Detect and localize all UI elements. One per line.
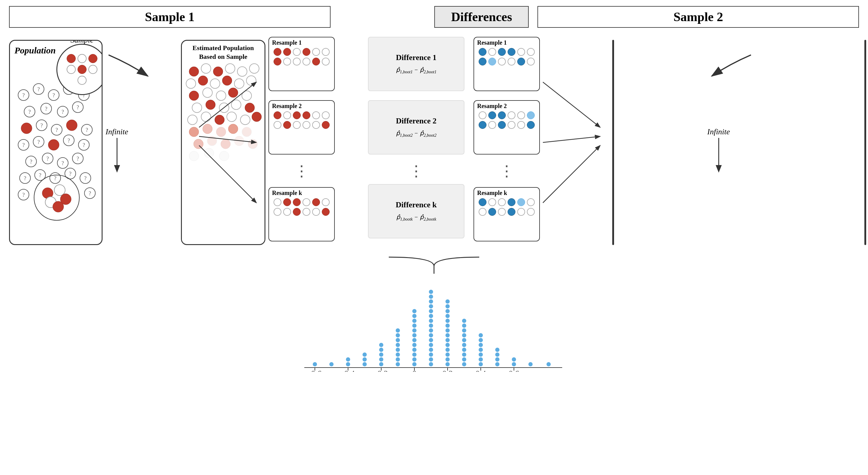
resample-col-1: Resample 1 [269, 37, 335, 241]
svg-point-233 [379, 357, 383, 361]
svg-point-273 [445, 362, 450, 366]
svg-point-264 [429, 328, 433, 332]
infinite-arrow-2: Infinite [707, 127, 730, 174]
sample1-side: Population Sample [9, 28, 365, 245]
svg-point-226 [329, 362, 334, 366]
svg-text:?: ? [53, 92, 55, 98]
svg-point-258 [429, 357, 433, 361]
difference-box-1: Difference 1 p̂1,boot1 − p̂2,boot1 [368, 37, 464, 91]
r-dot [478, 208, 487, 216]
infinite-label-2: Infinite [707, 127, 730, 137]
svg-text:-0.2: -0.2 [375, 369, 388, 372]
r-dot [517, 111, 525, 119]
diff-formula-1: p̂1,boot1 − p̂2,boot1 [396, 65, 436, 75]
svg-point-263 [429, 333, 433, 337]
r-dot [283, 58, 291, 65]
svg-point-228 [346, 357, 350, 361]
r-dot [322, 121, 330, 129]
svg-point-255 [412, 314, 416, 318]
svg-point-229 [363, 362, 367, 366]
r-dot [488, 208, 496, 216]
r-dot [498, 198, 506, 206]
svg-point-225 [313, 362, 317, 366]
svg-point-290 [462, 348, 466, 352]
svg-point-239 [396, 353, 400, 357]
resample-label-1-2: Resample 2 [272, 102, 302, 110]
svg-point-304 [495, 362, 499, 366]
r-dot [283, 121, 291, 129]
svg-point-238 [396, 357, 400, 361]
sample-dot [67, 54, 76, 63]
svg-point-295 [462, 324, 466, 328]
svg-line-115 [543, 145, 600, 203]
population-box-2: Population Sample [864, 40, 866, 245]
svg-point-281 [445, 324, 450, 328]
resample-box-1-2: Resample 2 [269, 100, 335, 154]
svg-point-306 [495, 353, 499, 357]
svg-text:?: ? [62, 160, 64, 166]
svg-marker-159 [716, 165, 722, 173]
svg-text:?: ? [39, 172, 41, 178]
svg-point-235 [379, 348, 383, 352]
sample-dot [67, 65, 76, 74]
resample-to-est-lines-2 [540, 52, 615, 263]
svg-point-249 [412, 343, 416, 347]
sample-dot [78, 76, 87, 85]
svg-point-283 [445, 314, 450, 318]
svg-point-231 [363, 353, 367, 357]
svg-text:?: ? [24, 175, 26, 181]
svg-text:?: ? [83, 142, 85, 148]
r-dot [274, 208, 281, 216]
differences-section: Difference 1 p̂1,boot1 − p̂2,boot1 Diffe… [368, 37, 470, 238]
svg-point-58 [53, 201, 64, 212]
r-dot [517, 208, 525, 216]
r-dot [517, 58, 525, 65]
svg-point-296 [462, 319, 466, 323]
svg-point-297 [478, 362, 483, 366]
r-dot [293, 121, 301, 129]
sample-to-estimated-arrow-2 [700, 46, 760, 82]
svg-point-30 [48, 140, 59, 150]
svg-text:?: ? [22, 192, 25, 198]
resample-label-1-1: Resample 1 [272, 39, 302, 46]
svg-point-23 [66, 120, 77, 131]
r-dot [498, 48, 506, 56]
diff-title-k: Difference k [396, 200, 437, 209]
r-dot [498, 208, 506, 216]
svg-point-244 [396, 328, 400, 332]
est-to-resample-lines-1 [196, 52, 272, 263]
r-dot [498, 121, 506, 129]
r-dot [488, 48, 496, 56]
resample-box-1-k: Resample k [269, 187, 335, 241]
svg-text:-0.6: -0.6 [308, 369, 321, 372]
svg-point-55 [54, 185, 65, 196]
svg-text:?: ? [76, 156, 79, 162]
svg-point-245 [412, 362, 416, 366]
svg-point-301 [478, 343, 483, 347]
resample-label-2-2: Resample 2 [477, 102, 507, 110]
svg-point-261 [429, 343, 433, 347]
svg-point-247 [412, 353, 416, 357]
svg-point-308 [512, 362, 516, 366]
svg-text:0: 0 [412, 369, 416, 372]
r-dot [478, 121, 487, 129]
sample-circle-2: Sample [864, 44, 866, 95]
svg-point-268 [429, 309, 433, 313]
r-dot [322, 48, 330, 56]
svg-line-113 [543, 82, 600, 127]
r-dot [507, 48, 516, 56]
svg-point-282 [445, 319, 450, 323]
svg-text:?: ? [22, 142, 25, 148]
r-dot [312, 48, 320, 56]
r-dot [303, 58, 310, 65]
r-dot [322, 58, 330, 65]
infinite-arrow-1: Infinite [105, 127, 128, 174]
r-dot [488, 111, 496, 119]
r-dot [488, 198, 496, 206]
svg-line-111 [199, 145, 256, 203]
svg-marker-64 [114, 165, 120, 173]
svg-point-234 [379, 353, 383, 357]
svg-point-286 [445, 299, 450, 304]
svg-point-302 [478, 338, 483, 342]
brace-svg [374, 254, 494, 275]
